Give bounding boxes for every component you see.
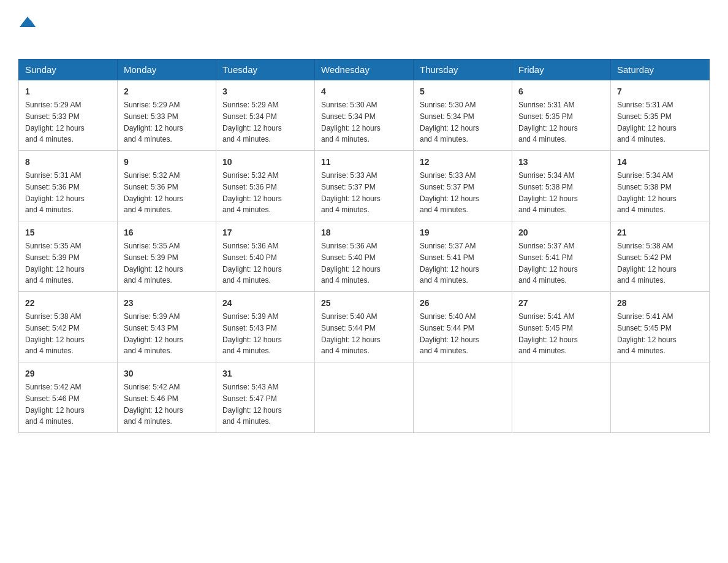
cell-content: Sunrise: 5:31 AMSunset: 5:35 PMDaylight:… [617, 101, 677, 144]
calendar-cell: 19Sunrise: 5:37 AMSunset: 5:41 PMDayligh… [414, 221, 512, 292]
cell-content: Sunrise: 5:41 AMSunset: 5:45 PMDaylight:… [617, 312, 677, 355]
col-header-tuesday: Tuesday [216, 59, 315, 80]
day-number: 1 [25, 85, 111, 98]
cell-content: Sunrise: 5:30 AMSunset: 5:34 PMDaylight:… [420, 101, 479, 144]
day-number: 23 [124, 297, 210, 310]
cell-content: Sunrise: 5:33 AMSunset: 5:37 PMDaylight:… [321, 171, 381, 214]
col-header-thursday: Thursday [414, 59, 512, 80]
cell-content: Sunrise: 5:42 AMSunset: 5:46 PMDaylight:… [25, 383, 85, 426]
cell-content: Sunrise: 5:29 AMSunset: 5:33 PMDaylight:… [124, 101, 183, 144]
calendar-cell: 27Sunrise: 5:41 AMSunset: 5:45 PMDayligh… [512, 292, 611, 362]
cell-content: Sunrise: 5:43 AMSunset: 5:47 PMDaylight:… [222, 383, 282, 426]
cell-content: Sunrise: 5:32 AMSunset: 5:36 PMDaylight:… [124, 171, 183, 214]
col-header-friday: Friday [512, 59, 611, 80]
week-row-4: 22Sunrise: 5:38 AMSunset: 5:42 PMDayligh… [19, 292, 710, 362]
day-number: 28 [617, 297, 703, 310]
calendar-cell: 8Sunrise: 5:31 AMSunset: 5:36 PMDaylight… [19, 151, 118, 221]
day-number: 7 [617, 85, 703, 98]
day-number: 10 [222, 156, 308, 169]
week-row-1: 1Sunrise: 5:29 AMSunset: 5:33 PMDaylight… [19, 80, 710, 151]
day-number: 26 [420, 297, 506, 310]
calendar-cell: 14Sunrise: 5:34 AMSunset: 5:38 PMDayligh… [611, 151, 710, 221]
calendar-cell: 9Sunrise: 5:32 AMSunset: 5:36 PMDaylight… [118, 151, 216, 221]
calendar-table: SundayMondayTuesdayWednesdayThursdayFrid… [18, 59, 710, 433]
calendar-cell: 21Sunrise: 5:38 AMSunset: 5:42 PMDayligh… [611, 221, 710, 292]
day-number: 22 [25, 297, 111, 310]
col-header-monday: Monday [118, 59, 216, 80]
cell-content: Sunrise: 5:36 AMSunset: 5:40 PMDaylight:… [321, 242, 381, 285]
cell-content: Sunrise: 5:34 AMSunset: 5:38 PMDaylight:… [617, 171, 677, 214]
logo [18, 12, 37, 47]
cell-content: Sunrise: 5:35 AMSunset: 5:39 PMDaylight:… [25, 242, 85, 285]
col-header-wednesday: Wednesday [315, 59, 414, 80]
day-number: 13 [518, 156, 604, 169]
calendar-cell: 20Sunrise: 5:37 AMSunset: 5:41 PMDayligh… [512, 221, 611, 292]
day-number: 6 [518, 85, 604, 98]
cell-content: Sunrise: 5:33 AMSunset: 5:37 PMDaylight:… [420, 171, 479, 214]
cell-content: Sunrise: 5:42 AMSunset: 5:46 PMDaylight:… [124, 383, 183, 426]
calendar-cell: 2Sunrise: 5:29 AMSunset: 5:33 PMDaylight… [118, 80, 216, 151]
cell-content: Sunrise: 5:40 AMSunset: 5:44 PMDaylight:… [420, 312, 479, 355]
calendar-cell [315, 362, 414, 433]
day-number: 12 [420, 156, 506, 169]
cell-content: Sunrise: 5:37 AMSunset: 5:41 PMDaylight:… [518, 242, 578, 285]
cell-content: Sunrise: 5:38 AMSunset: 5:42 PMDaylight:… [25, 312, 85, 355]
col-header-sunday: Sunday [19, 59, 118, 80]
day-number: 31 [222, 367, 308, 380]
day-number: 2 [124, 85, 210, 98]
calendar-cell [414, 362, 512, 433]
day-number: 3 [222, 85, 308, 98]
calendar-cell: 25Sunrise: 5:40 AMSunset: 5:44 PMDayligh… [315, 292, 414, 362]
calendar-cell [512, 362, 611, 433]
day-number: 17 [222, 226, 308, 239]
day-number: 29 [25, 367, 111, 380]
cell-content: Sunrise: 5:37 AMSunset: 5:41 PMDaylight:… [420, 242, 479, 285]
cell-content: Sunrise: 5:35 AMSunset: 5:39 PMDaylight:… [124, 242, 183, 285]
calendar-cell: 3Sunrise: 5:29 AMSunset: 5:34 PMDaylight… [216, 80, 315, 151]
cell-content: Sunrise: 5:39 AMSunset: 5:43 PMDaylight:… [124, 312, 183, 355]
calendar-cell: 7Sunrise: 5:31 AMSunset: 5:35 PMDaylight… [611, 80, 710, 151]
col-header-saturday: Saturday [611, 59, 710, 80]
calendar-cell: 5Sunrise: 5:30 AMSunset: 5:34 PMDaylight… [414, 80, 512, 151]
day-number: 21 [617, 226, 703, 239]
calendar-cell: 23Sunrise: 5:39 AMSunset: 5:43 PMDayligh… [118, 292, 216, 362]
calendar-cell [611, 362, 710, 433]
calendar-cell: 30Sunrise: 5:42 AMSunset: 5:46 PMDayligh… [118, 362, 216, 433]
calendar-cell: 18Sunrise: 5:36 AMSunset: 5:40 PMDayligh… [315, 221, 414, 292]
calendar-cell: 31Sunrise: 5:43 AMSunset: 5:47 PMDayligh… [216, 362, 315, 433]
day-number: 20 [518, 226, 604, 239]
calendar-cell: 28Sunrise: 5:41 AMSunset: 5:45 PMDayligh… [611, 292, 710, 362]
cell-content: Sunrise: 5:39 AMSunset: 5:43 PMDaylight:… [222, 312, 282, 355]
cell-content: Sunrise: 5:38 AMSunset: 5:42 PMDaylight:… [617, 242, 677, 285]
cell-content: Sunrise: 5:41 AMSunset: 5:45 PMDaylight:… [518, 312, 578, 355]
day-number: 15 [25, 226, 111, 239]
calendar-cell: 26Sunrise: 5:40 AMSunset: 5:44 PMDayligh… [414, 292, 512, 362]
calendar-cell: 13Sunrise: 5:34 AMSunset: 5:38 PMDayligh… [512, 151, 611, 221]
day-number: 25 [321, 297, 407, 310]
calendar-cell: 29Sunrise: 5:42 AMSunset: 5:46 PMDayligh… [19, 362, 118, 433]
day-number: 16 [124, 226, 210, 239]
day-number: 4 [321, 85, 407, 98]
week-row-5: 29Sunrise: 5:42 AMSunset: 5:46 PMDayligh… [19, 362, 710, 433]
calendar-cell: 10Sunrise: 5:32 AMSunset: 5:36 PMDayligh… [216, 151, 315, 221]
cell-content: Sunrise: 5:31 AMSunset: 5:36 PMDaylight:… [25, 171, 85, 214]
day-number: 18 [321, 226, 407, 239]
calendar-cell: 15Sunrise: 5:35 AMSunset: 5:39 PMDayligh… [19, 221, 118, 292]
calendar-cell: 1Sunrise: 5:29 AMSunset: 5:33 PMDaylight… [19, 80, 118, 151]
week-row-2: 8Sunrise: 5:31 AMSunset: 5:36 PMDaylight… [19, 151, 710, 221]
cell-content: Sunrise: 5:29 AMSunset: 5:33 PMDaylight:… [25, 101, 85, 144]
calendar-cell: 22Sunrise: 5:38 AMSunset: 5:42 PMDayligh… [19, 292, 118, 362]
calendar-cell: 12Sunrise: 5:33 AMSunset: 5:37 PMDayligh… [414, 151, 512, 221]
calendar-cell: 24Sunrise: 5:39 AMSunset: 5:43 PMDayligh… [216, 292, 315, 362]
cell-content: Sunrise: 5:32 AMSunset: 5:36 PMDaylight:… [222, 171, 282, 214]
day-number: 11 [321, 156, 407, 169]
page-header [18, 12, 710, 47]
calendar-cell: 16Sunrise: 5:35 AMSunset: 5:39 PMDayligh… [118, 221, 216, 292]
day-number: 5 [420, 85, 506, 98]
cell-content: Sunrise: 5:40 AMSunset: 5:44 PMDaylight:… [321, 312, 381, 355]
week-row-3: 15Sunrise: 5:35 AMSunset: 5:39 PMDayligh… [19, 221, 710, 292]
cell-content: Sunrise: 5:36 AMSunset: 5:40 PMDaylight:… [222, 242, 282, 285]
cell-content: Sunrise: 5:34 AMSunset: 5:38 PMDaylight:… [518, 171, 578, 214]
day-number: 27 [518, 297, 604, 310]
calendar-cell: 11Sunrise: 5:33 AMSunset: 5:37 PMDayligh… [315, 151, 414, 221]
